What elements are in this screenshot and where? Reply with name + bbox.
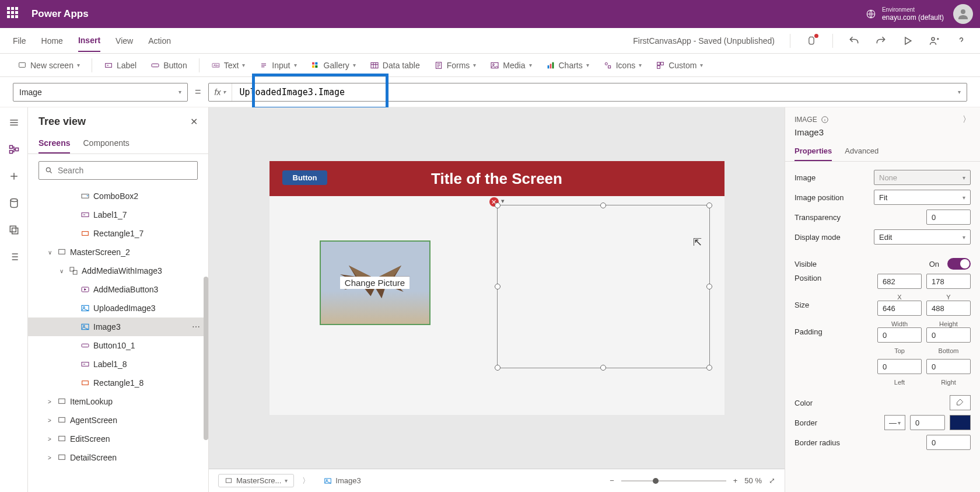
hamburger-icon[interactable] <box>8 117 20 128</box>
menu-view[interactable]: View <box>116 30 133 51</box>
media-rail-icon[interactable] <box>8 224 20 236</box>
control-type: IMAGE <box>794 116 817 124</box>
visible-toggle[interactable] <box>947 258 971 270</box>
redo-icon[interactable] <box>875 35 887 47</box>
svg-rect-50 <box>325 478 331 483</box>
svg-point-30 <box>46 168 50 172</box>
button-button[interactable]: Button <box>146 58 191 72</box>
share-icon[interactable] <box>929 35 940 47</box>
tree-item-detailscreen[interactable]: >DetailScreen <box>28 448 208 467</box>
label-button[interactable]: Label <box>99 58 141 72</box>
tree-item-button10_1[interactable]: Button10_1 <box>28 336 208 355</box>
text-button[interactable]: AbcText▾ <box>206 58 250 72</box>
tree-item-uploadedimage3[interactable]: UploadedImage3 <box>28 299 208 317</box>
environment-picker[interactable]: Environment enayu.com (default) <box>866 6 944 23</box>
svg-rect-25 <box>9 151 12 153</box>
tree-item-masterscreen_2[interactable]: ∨MasterScreen_2 <box>28 243 208 261</box>
breadcrumb-control[interactable]: Image3 <box>318 474 366 487</box>
tree-item-rectangle1_7[interactable]: Rectangle1_7 <box>28 224 208 243</box>
add-media-control[interactable]: Change Picture <box>320 240 430 325</box>
play-icon[interactable] <box>902 35 914 47</box>
zoom-slider[interactable] <box>621 480 726 481</box>
canvas-viewport[interactable]: Button Title of the Screen Change Pictur… <box>209 107 785 469</box>
border-width-input[interactable]: 0 <box>910 415 945 430</box>
custom-button[interactable]: Custom▾ <box>651 58 708 72</box>
user-avatar[interactable] <box>953 4 973 24</box>
color-swatch[interactable] <box>950 395 971 410</box>
display-mode-dropdown[interactable]: Edit▾ <box>874 229 971 245</box>
menu-file[interactable]: File <box>13 30 26 51</box>
zoom-in-icon[interactable]: + <box>733 476 738 485</box>
image-position-dropdown[interactable]: Fit▾ <box>874 190 971 205</box>
zoom-out-icon[interactable]: − <box>610 476 614 485</box>
media-button[interactable]: Media▾ <box>485 58 536 72</box>
formula-expand-icon[interactable]: ▾ <box>952 89 967 95</box>
position-x-input[interactable]: 682 <box>877 274 922 289</box>
tab-screens[interactable]: Screens <box>38 134 70 153</box>
tree-item-image3[interactable]: Image3⋯ <box>28 317 208 336</box>
help-icon[interactable] <box>956 35 967 47</box>
tree-scrollbar[interactable] <box>204 277 208 440</box>
tree-item-editscreen[interactable]: >EditScreen <box>28 430 208 448</box>
svg-rect-40 <box>82 324 89 329</box>
close-icon[interactable]: ✕ <box>190 116 198 127</box>
undo-icon[interactable] <box>848 35 860 47</box>
tree-item-label1_8[interactable]: Label1_8 <box>28 355 208 374</box>
position-y-input[interactable]: 178 <box>926 274 971 289</box>
height-input[interactable]: 488 <box>926 301 971 316</box>
settings-icon[interactable] <box>8 251 20 263</box>
tree-item-addmediawithimage3[interactable]: ∨AddMediaWithImage3 <box>28 261 208 280</box>
tree-item-combobox2[interactable]: ComboBox2 <box>28 187 208 205</box>
padding-left-input[interactable]: 0 <box>877 359 922 374</box>
tab-properties[interactable]: Properties <box>794 142 832 161</box>
tree-item-rectangle1_8[interactable]: Rectangle1_8 <box>28 374 208 392</box>
border-color-swatch[interactable] <box>950 415 971 430</box>
tree-item-itemlookup[interactable]: >ItemLookup <box>28 392 208 411</box>
tab-advanced[interactable]: Advanced <box>845 142 878 161</box>
menu-action[interactable]: Action <box>148 30 171 51</box>
data-icon[interactable] <box>8 197 20 209</box>
search-input[interactable] <box>58 166 191 175</box>
app-checker-icon[interactable] <box>806 35 817 47</box>
info-icon[interactable] <box>821 116 829 124</box>
tree-item-agentscreen[interactable]: >AgentScreen <box>28 411 208 430</box>
forms-button[interactable]: Forms▾ <box>429 58 481 72</box>
control-name: Image3 <box>785 127 980 142</box>
tree-item-addmediabutton3[interactable]: AddMediaButton3 <box>28 280 208 299</box>
expand-icon[interactable]: 〉 <box>963 114 971 125</box>
screen-button[interactable]: Button <box>282 170 328 185</box>
svg-rect-17 <box>550 64 551 68</box>
svg-rect-49 <box>226 478 231 482</box>
fx-icon[interactable]: fx▾ <box>209 83 233 101</box>
padding-bottom-input[interactable]: 0 <box>926 327 971 343</box>
breadcrumb-screen[interactable]: MasterScre...▾ <box>218 474 294 487</box>
border-style-dropdown[interactable]: — ▾ <box>884 415 905 430</box>
formula-input[interactable] <box>232 83 952 101</box>
border-radius-input[interactable]: 0 <box>926 435 971 450</box>
icons-button[interactable]: Icons▾ <box>598 58 646 72</box>
menu-home[interactable]: Home <box>41 30 63 51</box>
transparency-input[interactable]: 0 <box>926 210 971 225</box>
insert-icon[interactable] <box>8 170 20 182</box>
svg-text:Abc: Abc <box>214 64 219 67</box>
menu-insert[interactable]: Insert <box>78 30 100 52</box>
selection-menu-icon[interactable]: ▾ <box>501 197 505 205</box>
tree-item-label1_7[interactable]: Label1_7 <box>28 205 208 224</box>
tab-components[interactable]: Components <box>83 134 129 153</box>
padding-top-input[interactable]: 0 <box>877 327 922 343</box>
padding-right-input[interactable]: 0 <box>926 359 971 374</box>
charts-button[interactable]: Charts▾ <box>541 58 594 72</box>
svg-rect-5 <box>152 64 159 67</box>
datatable-button[interactable]: Data table <box>365 58 425 72</box>
property-dropdown[interactable]: Image▾ <box>13 83 188 102</box>
tree-view-icon[interactable] <box>8 144 20 155</box>
selection-box[interactable]: ✕ ▾ <box>497 205 710 368</box>
width-input[interactable]: 646 <box>877 301 922 316</box>
new-screen-button[interactable]: New screen▾ <box>13 58 85 72</box>
image-dropdown[interactable]: None▾ <box>874 170 971 185</box>
input-button[interactable]: Input▾ <box>254 58 301 72</box>
tree-search[interactable] <box>38 161 198 180</box>
waffle-icon[interactable] <box>7 7 21 21</box>
gallery-button[interactable]: Gallery▾ <box>306 58 360 72</box>
fit-icon[interactable]: ⤢ <box>769 476 775 485</box>
